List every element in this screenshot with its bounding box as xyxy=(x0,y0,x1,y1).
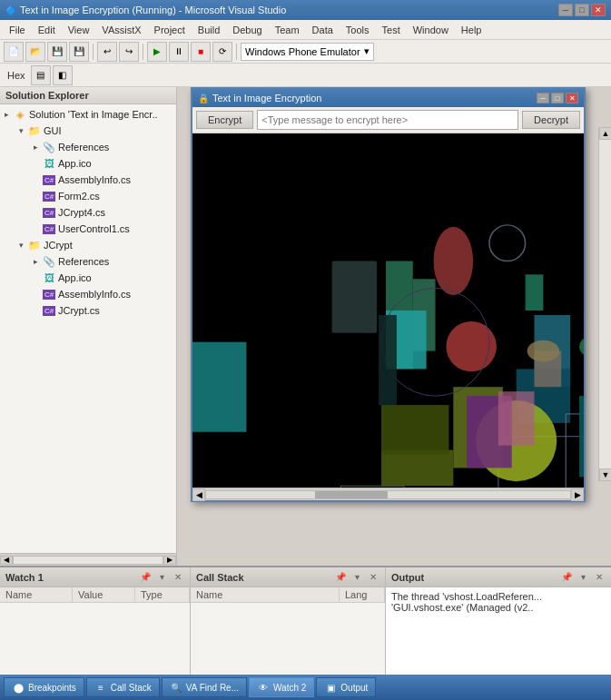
encrypt-button[interactable]: Encrypt xyxy=(196,111,253,129)
redo-btn[interactable]: ↪ xyxy=(119,42,139,62)
save-all-btn[interactable]: 💾 xyxy=(69,42,89,62)
out-pin-btn[interactable]: 📌 xyxy=(560,572,573,582)
svg-rect-12 xyxy=(192,342,246,432)
tree-label-4: AssemblyInfo.cs xyxy=(58,174,131,185)
title-bar-text: Text in Image Encryption (Running) - Mic… xyxy=(20,5,286,15)
toolbar-row-2: Hex ▤ ◧ xyxy=(0,64,611,87)
vscroll-up-arrow[interactable]: ▲ xyxy=(599,127,611,140)
tree-expand-0[interactable]: ▸ xyxy=(0,108,13,121)
tree-item-0[interactable]: ▸ ◈ Solution 'Text in Image Encr.. xyxy=(0,106,176,123)
hex-btn2[interactable]: ◧ xyxy=(53,65,73,85)
minimize-button[interactable]: ─ xyxy=(558,4,573,16)
tree-label-3: App.ico xyxy=(58,158,92,169)
hscroll-thumb[interactable] xyxy=(315,491,388,498)
menu-item-window[interactable]: Window xyxy=(408,23,454,37)
menu-item-project[interactable]: Project xyxy=(149,23,191,37)
call-stack-title: Call Stack xyxy=(196,572,244,583)
output-icon: ▣ xyxy=(324,681,337,694)
tree-label-0: Solution 'Text in Image Encr.. xyxy=(29,109,158,120)
tree-expand-2[interactable]: ▸ xyxy=(29,141,42,153)
se-scrollbar[interactable]: ◀ ▶ xyxy=(0,553,176,566)
vscroll-down-arrow[interactable]: ▼ xyxy=(599,468,611,481)
tree-item-4[interactable]: C# AssemblyInfo.cs xyxy=(0,172,176,188)
menu-item-tools[interactable]: Tools xyxy=(340,23,375,37)
tree-item-8[interactable]: ▾ 📁 JCrypt xyxy=(0,237,176,253)
hscroll-track[interactable] xyxy=(205,490,571,499)
dialog-title-bar: 🔒 Text in Image Encryption ─ □ ✕ xyxy=(192,89,584,107)
dialog-close-btn[interactable]: ✕ xyxy=(566,93,578,104)
menu-item-vassistx[interactable]: VAssistX xyxy=(96,23,146,37)
output-title: Output xyxy=(391,572,424,583)
tree-item-9[interactable]: ▸ 📎 References xyxy=(0,253,176,270)
tree-expand-8[interactable]: ▾ xyxy=(15,239,27,251)
menu-item-help[interactable]: Help xyxy=(456,23,488,37)
tree-item-10[interactable]: 🖼 App.ico xyxy=(0,270,176,286)
tree-item-6[interactable]: C# JCrypt4.cs xyxy=(0,204,176,221)
menu-item-build[interactable]: Build xyxy=(192,23,225,37)
taskbar-watch2-btn[interactable]: 👁 Watch 2 xyxy=(249,677,314,697)
vscroll-track[interactable] xyxy=(599,140,611,468)
sep3 xyxy=(236,44,237,60)
dialog-maximize-btn[interactable]: □ xyxy=(551,93,564,104)
tree-item-5[interactable]: C# Form2.cs xyxy=(0,188,176,204)
cs-pin-btn[interactable]: 📌 xyxy=(334,572,347,582)
taskbar-callstack-btn[interactable]: ≡ Call Stack xyxy=(86,677,160,697)
tree-label-1: GUI xyxy=(44,125,62,136)
undo-btn[interactable]: ↩ xyxy=(97,42,117,62)
dialog-hscroll[interactable]: ◀ ▶ xyxy=(192,488,584,500)
tree-item-12[interactable]: C# JCrypt.cs xyxy=(0,302,176,319)
taskbar-vafind-btn[interactable]: 🔍 VA Find Re... xyxy=(162,677,247,697)
watch-pin-btn[interactable]: 📌 xyxy=(139,572,152,582)
emulator-dropdown[interactable]: Windows Phone Emulator ▾ xyxy=(241,43,374,61)
menu-item-data[interactable]: Data xyxy=(307,23,339,37)
encrypt-input[interactable] xyxy=(257,110,518,130)
tree-item-7[interactable]: C# UserControl1.cs xyxy=(0,221,176,237)
dialog-vscroll[interactable]: ▲ ▼ xyxy=(598,127,611,481)
out-dock-btn[interactable]: ▾ xyxy=(577,572,589,582)
open-btn[interactable]: 📂 xyxy=(25,42,45,62)
new-file-btn[interactable]: 📄 xyxy=(4,42,24,62)
stop-btn[interactable]: ■ xyxy=(191,42,211,62)
taskbar-breakpoints-btn[interactable]: ⬤ Breakpoints xyxy=(4,677,84,697)
tree-expand-9[interactable]: ▸ xyxy=(29,255,42,268)
call-stack-header: Call Stack 📌 ▾ ✕ xyxy=(191,567,385,587)
menu-item-file[interactable]: File xyxy=(4,23,31,37)
decrypt-button[interactable]: Decrypt xyxy=(522,111,580,129)
menu-item-debug[interactable]: Debug xyxy=(227,23,267,37)
save-btn[interactable]: 💾 xyxy=(47,42,67,62)
solution-tree[interactable]: ▸ ◈ Solution 'Text in Image Encr.. ▾ 📁 G… xyxy=(0,104,176,553)
out-close-btn[interactable]: ✕ xyxy=(593,572,606,582)
close-button[interactable]: ✕ xyxy=(591,4,606,16)
tree-expand-6 xyxy=(29,206,42,219)
start-btn[interactable]: ▶ xyxy=(147,42,167,62)
tree-item-1[interactable]: ▾ 📁 GUI xyxy=(0,123,176,139)
cs-col-name: Name xyxy=(191,587,340,602)
hex-btn1[interactable]: ▤ xyxy=(31,65,51,85)
cs-dock-btn[interactable]: ▾ xyxy=(350,572,363,582)
menu-bar: FileEditViewVAssistXProjectBuildDebugTea… xyxy=(0,20,611,40)
restart-btn[interactable]: ⟳ xyxy=(212,42,232,62)
dialog-minimize-btn[interactable]: ─ xyxy=(537,93,549,104)
hscroll-right-arrow[interactable]: ▶ xyxy=(571,488,584,501)
watch-dock-btn[interactable]: ▾ xyxy=(155,572,168,582)
tree-icon-cs-7: C# xyxy=(42,222,56,236)
main-area: Solution Explorer ▸ ◈ Solution 'Text in … xyxy=(0,87,611,566)
taskbar-output-btn[interactable]: ▣ Output xyxy=(316,677,376,697)
tree-item-3[interactable]: 🖼 App.ico xyxy=(0,155,176,172)
hscroll-left-arrow[interactable]: ◀ xyxy=(192,488,205,501)
menu-item-team[interactable]: Team xyxy=(270,23,305,37)
menu-item-test[interactable]: Test xyxy=(377,23,406,37)
canvas-svg xyxy=(192,133,584,488)
tree-item-11[interactable]: C# AssemblyInfo.cs xyxy=(0,286,176,302)
maximize-button[interactable]: □ xyxy=(575,4,589,16)
watch-close-btn[interactable]: ✕ xyxy=(172,572,184,582)
menu-item-edit[interactable]: Edit xyxy=(33,23,61,37)
tree-expand-1[interactable]: ▾ xyxy=(15,124,27,137)
output-label: Output xyxy=(340,683,368,693)
pause-btn[interactable]: ⏸ xyxy=(169,42,189,62)
svg-rect-18 xyxy=(526,274,544,311)
cs-close-btn[interactable]: ✕ xyxy=(367,572,379,582)
menu-item-view[interactable]: View xyxy=(63,23,95,37)
output-controls: 📌 ▾ ✕ xyxy=(560,572,606,582)
tree-item-2[interactable]: ▸ 📎 References xyxy=(0,139,176,155)
